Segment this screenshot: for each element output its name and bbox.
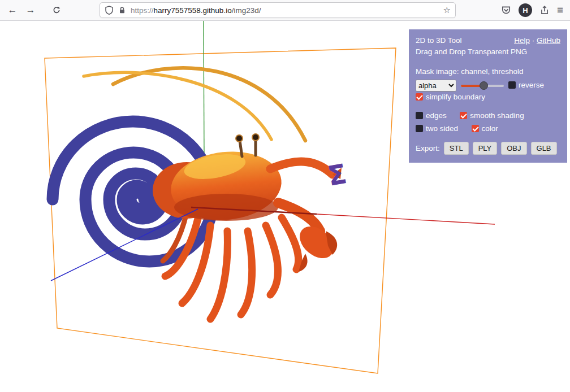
toolbar-right-icons: H ≡ (501, 3, 565, 17)
export-obj-button[interactable]: OBJ (501, 142, 526, 155)
export-label: Export: (416, 143, 440, 154)
crab-legs (163, 213, 299, 319)
panel-links: Help · GitHub (514, 35, 560, 46)
forward-button[interactable]: → (23, 2, 38, 18)
hamburger-menu-icon[interactable]: ≡ (557, 4, 563, 16)
sigma-object: Σ (325, 158, 349, 192)
two-sided-label: two sided (426, 124, 458, 133)
smooth-shading-label: smooth shading (470, 111, 524, 120)
url-bar[interactable]: https://harry7557558.github.io/img23d/ ☆ (100, 2, 456, 18)
export-stl-button[interactable]: STL (444, 142, 469, 155)
color-checkbox[interactable] (472, 125, 479, 132)
two-sided-checkbox[interactable] (416, 125, 423, 132)
link-separator: · (532, 36, 535, 45)
smooth-shading-checkbox-group[interactable]: smooth shading (458, 111, 524, 120)
y-axis-line (204, 21, 204, 161)
slider-thumb[interactable] (480, 81, 488, 90)
panel-title: 2D to 3D Tool (416, 35, 462, 46)
help-link[interactable]: Help (514, 36, 530, 45)
edges-checkbox[interactable] (416, 112, 423, 119)
hermit-crab-model: Σ (53, 68, 349, 319)
color-checkbox-group[interactable]: color (469, 124, 498, 133)
simplify-checkbox-group[interactable]: simplify boundary (416, 93, 485, 101)
reload-button[interactable] (49, 2, 64, 18)
url-domain: harry7557558.github.io (154, 6, 232, 15)
share-icon[interactable] (539, 5, 550, 15)
bookmark-star-icon[interactable]: ☆ (443, 5, 451, 15)
x-axis-line (317, 214, 495, 224)
reverse-label: reverse (519, 81, 544, 89)
color-label: color (482, 124, 498, 133)
back-button[interactable]: ← (5, 2, 20, 18)
pocket-icon[interactable] (501, 5, 511, 15)
upper-claw-arm (270, 162, 332, 175)
browser-toolbar: ← → https://harry7557558.github.io/img23… (0, 0, 570, 21)
drop-hint: Drag and Drop Transparent PNG (416, 46, 560, 58)
control-panel: 2D to 3D Tool Help · GitHub Drag and Dro… (409, 29, 567, 163)
export-glb-button[interactable]: GLB (531, 142, 557, 155)
url-text: https://harry7557558.github.io/img23d/ (131, 6, 439, 15)
github-link[interactable]: GitHub (537, 36, 560, 45)
edges-checkbox-group[interactable]: edges (416, 111, 449, 120)
threshold-slider[interactable] (461, 81, 504, 90)
mask-section-label: Mask image: channel, threshold (416, 66, 560, 77)
url-path: /img23d/ (232, 6, 261, 15)
crab-underside (174, 194, 278, 221)
reverse-checkbox-group[interactable]: reverse (508, 80, 544, 91)
url-scheme: https:// (131, 6, 154, 15)
antenna-outer (113, 68, 305, 141)
channel-select[interactable]: alpha (416, 80, 456, 92)
edges-label: edges (426, 111, 447, 120)
tracking-shield-icon[interactable] (105, 6, 114, 15)
reverse-checkbox[interactable] (508, 81, 516, 89)
lock-icon[interactable] (118, 6, 127, 15)
account-avatar[interactable]: H (519, 3, 532, 17)
simplify-checkbox[interactable] (416, 93, 423, 101)
export-ply-button[interactable]: PLY (473, 142, 498, 155)
two-sided-checkbox-group[interactable]: two sided (416, 124, 460, 133)
reload-icon (52, 6, 61, 15)
simplify-label: simplify boundary (426, 93, 485, 101)
smooth-shading-checkbox[interactable] (460, 112, 467, 119)
